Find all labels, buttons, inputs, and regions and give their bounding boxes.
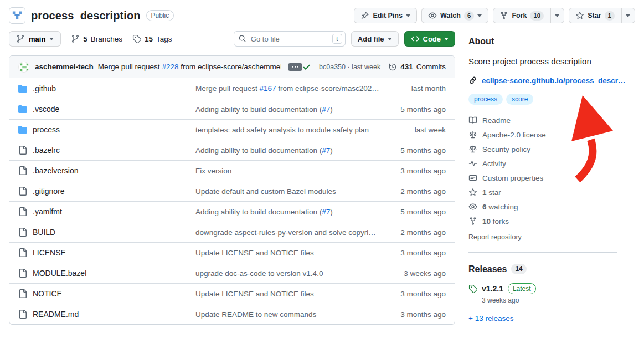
file-name-link[interactable]: process xyxy=(33,125,60,134)
readme-link[interactable]: Readme xyxy=(468,116,617,125)
commit-date[interactable]: 5 months ago xyxy=(379,208,446,216)
watch-button[interactable]: Watch 6 xyxy=(421,8,488,23)
commit-message-text: Merge pull request xyxy=(195,84,260,93)
commit-message-link[interactable]: downgrade aspect-rules-py-version and so… xyxy=(195,228,379,237)
forks-label: forks xyxy=(493,217,509,226)
file-icon xyxy=(18,166,27,175)
commit-author-avatar[interactable] xyxy=(18,62,29,73)
commit-date[interactable]: 2 months ago xyxy=(379,187,446,196)
license-link[interactable]: Apache-2.0 license xyxy=(468,130,617,139)
table-row[interactable]: LICENSE Update LICENSE and NOTICE files … xyxy=(9,242,455,263)
add-file-button[interactable]: Add file xyxy=(351,31,399,47)
forks-link[interactable]: 10 forks xyxy=(468,217,617,226)
commit-date[interactable]: 3 months ago xyxy=(379,290,446,298)
link-icon xyxy=(468,76,477,85)
commit-date[interactable]: 3 weeks ago xyxy=(379,269,446,278)
commit-status-group: bc0a350 · last week 431 Commits xyxy=(302,63,446,71)
file-name-link[interactable]: BUILD xyxy=(33,228,55,237)
add-file-label: Add file xyxy=(358,35,384,43)
file-name-link[interactable]: .bazelversion xyxy=(33,166,79,175)
commit-details-ellipsis-button[interactable] xyxy=(288,63,302,71)
table-row[interactable]: .vscode Adding ability to build document… xyxy=(9,99,455,119)
commit-date[interactable]: 3 months ago xyxy=(379,310,446,319)
commit-message-link[interactable]: Fix version xyxy=(195,167,231,175)
pr-number-link[interactable]: #228 xyxy=(162,63,178,71)
commit-date[interactable]: 2 months ago xyxy=(379,228,446,237)
table-row[interactable]: .bazelrc Adding ability to build documen… xyxy=(9,140,455,160)
commit-date[interactable]: 5 months ago xyxy=(379,105,446,114)
commit-message-link[interactable]: Merge pull request #167 from eclipse-sco… xyxy=(195,84,379,93)
release-time: 3 weeks ago xyxy=(482,296,617,304)
table-row[interactable]: .gitignore Update default and custom Baz… xyxy=(9,181,455,201)
file-name-link[interactable]: .vscode xyxy=(33,105,59,114)
fork-button[interactable]: Fork 10 xyxy=(493,8,550,23)
commit-message-link[interactable]: templates: add safety analysis to module… xyxy=(195,126,369,134)
latest-release-link[interactable]: v1.2.1 Latest xyxy=(468,283,617,294)
file-name-link[interactable]: .gitignore xyxy=(33,187,65,196)
commit-message-link[interactable]: upgrade doc-as-code to version v1.4.0 xyxy=(195,269,323,278)
commit-message-link[interactable]: Adding ability to build documentation (#… xyxy=(195,146,333,155)
watching-link[interactable]: 6 watching xyxy=(468,202,617,211)
file-name-link[interactable]: .yamlfmt xyxy=(33,207,62,216)
commit-message-link[interactable]: Adding ability to build documentation (#… xyxy=(195,105,333,114)
table-row[interactable]: README.md Update README to new commands … xyxy=(9,304,455,324)
activity-link[interactable]: Activity xyxy=(468,159,617,168)
commit-date[interactable]: 3 months ago xyxy=(379,249,446,257)
file-name-link[interactable]: .github xyxy=(33,84,56,93)
code-button[interactable]: Code xyxy=(404,31,456,47)
commit-message[interactable]: Merge pull request #228 from eclipse-sco… xyxy=(98,63,281,71)
commit-message-link[interactable]: Update default and custom Bazel modules xyxy=(195,187,336,196)
star-button[interactable]: Star 1 xyxy=(569,8,621,23)
table-row[interactable]: MODULE.bazel upgrade doc-as-code to vers… xyxy=(9,263,455,283)
table-row[interactable]: .github Merge pull request #167 from ecl… xyxy=(9,78,455,99)
file-icon xyxy=(18,228,27,237)
commit-date[interactable]: last month xyxy=(379,84,446,93)
commit-message-link[interactable]: Update LICENSE and NOTICE files xyxy=(195,290,314,298)
commit-sha-link[interactable]: bc0a350 · last week xyxy=(319,63,380,71)
file-name-link[interactable]: NOTICE xyxy=(33,289,62,298)
custom-properties-link[interactable]: Custom properties xyxy=(468,173,617,182)
table-row[interactable]: BUILD downgrade aspect-rules-py-version … xyxy=(9,222,455,242)
commit-date[interactable]: last week xyxy=(379,126,446,134)
repo-meta-list: Readme Apache-2.0 license Security polic… xyxy=(468,116,617,226)
commit-history-link[interactable]: 431 Commits xyxy=(388,63,446,71)
commit-author-link[interactable]: aschemmel-tech xyxy=(35,63,94,71)
commit-message-link[interactable]: Update README to new commands xyxy=(195,310,316,319)
fork-dropdown-button[interactable] xyxy=(550,8,564,23)
table-row[interactable]: NOTICE Update LICENSE and NOTICE files 3… xyxy=(9,283,455,304)
table-row[interactable]: .bazelversion Fix version 3 months ago xyxy=(9,160,455,181)
topic-pill[interactable]: process xyxy=(468,94,503,105)
chevron-down-icon xyxy=(477,14,482,17)
commit-message-text: from eclipse-score/masc2023_u… xyxy=(276,84,379,93)
pr-number-link[interactable]: #7 xyxy=(322,208,330,216)
branches-link[interactable]: 5 Branches xyxy=(71,34,122,43)
star-dropdown-button[interactable] xyxy=(621,8,635,23)
commit-message-link[interactable]: Adding ability to build documentation (#… xyxy=(195,208,333,216)
more-releases-link[interactable]: + 13 releases xyxy=(468,314,513,322)
pr-number-link[interactable]: #167 xyxy=(260,84,276,93)
topic-pill[interactable]: score xyxy=(506,94,533,105)
branches-label: Branches xyxy=(91,35,122,43)
table-row[interactable]: process templates: add safety analysis t… xyxy=(9,119,455,140)
goto-file-input[interactable] xyxy=(234,31,346,47)
pr-number-link[interactable]: #7 xyxy=(322,105,330,114)
checks-success-icon[interactable] xyxy=(302,63,311,71)
tags-link[interactable]: 15 Tags xyxy=(132,34,172,43)
file-name-link[interactable]: LICENSE xyxy=(33,248,66,257)
file-name-link[interactable]: .bazelrc xyxy=(33,146,60,155)
table-row[interactable]: .yamlfmt Adding ability to build documen… xyxy=(9,201,455,222)
commit-date[interactable]: 3 months ago xyxy=(379,167,446,175)
sidebar-divider xyxy=(468,252,617,253)
file-name-link[interactable]: README.md xyxy=(33,310,79,319)
security-policy-link[interactable]: Security policy xyxy=(468,145,617,153)
pr-number-link[interactable]: #7 xyxy=(322,146,330,155)
branch-selector[interactable]: main xyxy=(9,31,61,47)
edit-pins-button[interactable]: Edit Pins xyxy=(354,8,416,23)
report-repository-link[interactable]: Report repository xyxy=(468,233,522,241)
website-link[interactable]: eclipse-score.github.io/process_descr… xyxy=(482,76,626,85)
commit-date[interactable]: 5 months ago xyxy=(379,146,446,155)
commit-message-link[interactable]: Update LICENSE and NOTICE files xyxy=(195,249,314,257)
file-name-link[interactable]: MODULE.bazel xyxy=(33,269,86,278)
commit-message-text: downgrade aspect-rules-py-version and so… xyxy=(195,228,379,237)
stars-link[interactable]: 1 star xyxy=(468,188,617,197)
